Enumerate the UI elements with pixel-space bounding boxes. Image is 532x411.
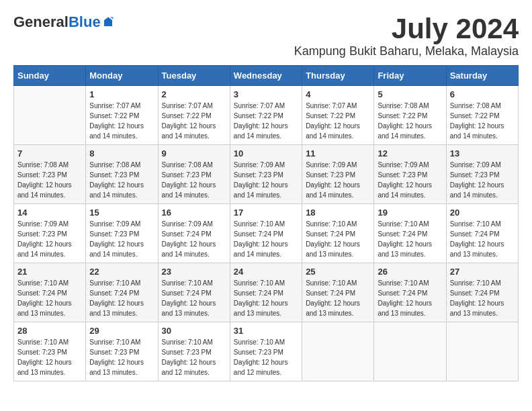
- weekday-header: Monday: [86, 66, 158, 86]
- day-info: Sunrise: 7:07 AMSunset: 7:22 PMDaylight:…: [306, 101, 370, 141]
- calendar-cell: 31Sunrise: 7:10 AMSunset: 7:23 PMDayligh…: [230, 322, 302, 381]
- day-number: 23: [162, 267, 226, 277]
- day-info: Sunrise: 7:10 AMSunset: 7:23 PMDaylight:…: [162, 337, 226, 377]
- day-info: Sunrise: 7:10 AMSunset: 7:24 PMDaylight:…: [378, 278, 442, 318]
- calendar-cell: 23Sunrise: 7:10 AMSunset: 7:24 PMDayligh…: [158, 263, 230, 322]
- day-number: 7: [17, 148, 82, 158]
- day-number: 25: [306, 267, 370, 277]
- day-info: Sunrise: 7:10 AMSunset: 7:24 PMDaylight:…: [306, 219, 370, 259]
- calendar-cell: 12Sunrise: 7:09 AMSunset: 7:23 PMDayligh…: [374, 145, 446, 204]
- day-number: 8: [89, 148, 154, 158]
- weekday-header: Wednesday: [230, 66, 302, 86]
- calendar-cell: 27Sunrise: 7:10 AMSunset: 7:24 PMDayligh…: [446, 263, 518, 322]
- calendar-cell: 2Sunrise: 7:07 AMSunset: 7:22 PMDaylight…: [158, 86, 230, 145]
- day-info: Sunrise: 7:09 AMSunset: 7:23 PMDaylight:…: [89, 219, 154, 259]
- day-info: Sunrise: 7:09 AMSunset: 7:23 PMDaylight:…: [378, 160, 442, 200]
- day-info: Sunrise: 7:10 AMSunset: 7:24 PMDaylight:…: [89, 278, 154, 318]
- day-number: 13: [450, 148, 515, 158]
- day-number: 10: [234, 148, 298, 158]
- day-info: Sunrise: 7:10 AMSunset: 7:24 PMDaylight:…: [450, 278, 515, 318]
- calendar-cell: 10Sunrise: 7:09 AMSunset: 7:23 PMDayligh…: [230, 145, 302, 204]
- day-number: 31: [234, 326, 298, 336]
- day-info: Sunrise: 7:09 AMSunset: 7:23 PMDaylight:…: [306, 160, 370, 200]
- calendar-cell: 4Sunrise: 7:07 AMSunset: 7:22 PMDaylight…: [302, 86, 374, 145]
- calendar-cell: 17Sunrise: 7:10 AMSunset: 7:24 PMDayligh…: [230, 204, 302, 263]
- weekday-header: Tuesday: [158, 66, 230, 86]
- day-number: 15: [89, 208, 154, 218]
- calendar-cell: 19Sunrise: 7:10 AMSunset: 7:24 PMDayligh…: [374, 204, 446, 263]
- day-info: Sunrise: 7:09 AMSunset: 7:23 PMDaylight:…: [450, 160, 515, 200]
- calendar-cell: 30Sunrise: 7:10 AMSunset: 7:23 PMDayligh…: [158, 322, 230, 381]
- day-number: 17: [234, 208, 298, 218]
- day-number: 5: [378, 89, 442, 99]
- day-info: Sunrise: 7:08 AMSunset: 7:23 PMDaylight:…: [162, 160, 226, 200]
- calendar-cell: 15Sunrise: 7:09 AMSunset: 7:23 PMDayligh…: [86, 204, 158, 263]
- day-info: Sunrise: 7:10 AMSunset: 7:24 PMDaylight:…: [450, 219, 515, 259]
- day-info: Sunrise: 7:09 AMSunset: 7:23 PMDaylight:…: [17, 219, 82, 259]
- day-info: Sunrise: 7:07 AMSunset: 7:22 PMDaylight:…: [89, 101, 154, 141]
- weekday-header: Sunday: [14, 66, 86, 86]
- calendar-cell: 3Sunrise: 7:07 AMSunset: 7:22 PMDaylight…: [230, 86, 302, 145]
- day-info: Sunrise: 7:10 AMSunset: 7:23 PMDaylight:…: [89, 337, 154, 377]
- day-number: 2: [162, 89, 226, 99]
- day-number: 12: [378, 148, 442, 158]
- calendar-week-row: 7Sunrise: 7:08 AMSunset: 7:23 PMDaylight…: [14, 145, 519, 204]
- calendar-cell: 6Sunrise: 7:08 AMSunset: 7:22 PMDaylight…: [446, 86, 518, 145]
- day-info: Sunrise: 7:10 AMSunset: 7:23 PMDaylight:…: [17, 337, 82, 377]
- day-number: 30: [162, 326, 226, 336]
- calendar-cell: 7Sunrise: 7:08 AMSunset: 7:23 PMDaylight…: [14, 145, 86, 204]
- logo-general: General: [13, 13, 69, 31]
- calendar-header-row: SundayMondayTuesdayWednesdayThursdayFrid…: [14, 66, 519, 86]
- day-number: 26: [378, 267, 442, 277]
- calendar-cell: 5Sunrise: 7:08 AMSunset: 7:22 PMDaylight…: [374, 86, 446, 145]
- day-number: 1: [89, 89, 154, 99]
- day-number: 3: [234, 89, 298, 99]
- calendar-cell: 1Sunrise: 7:07 AMSunset: 7:22 PMDaylight…: [86, 86, 158, 145]
- day-info: Sunrise: 7:10 AMSunset: 7:24 PMDaylight:…: [234, 219, 298, 259]
- weekday-header: Saturday: [446, 66, 518, 86]
- day-info: Sunrise: 7:09 AMSunset: 7:23 PMDaylight:…: [234, 160, 298, 200]
- calendar-cell: 9Sunrise: 7:08 AMSunset: 7:23 PMDaylight…: [158, 145, 230, 204]
- calendar-cell: 14Sunrise: 7:09 AMSunset: 7:23 PMDayligh…: [14, 204, 86, 263]
- weekday-header: Thursday: [302, 66, 374, 86]
- calendar-cell: 13Sunrise: 7:09 AMSunset: 7:23 PMDayligh…: [446, 145, 518, 204]
- page-header: GeneralBlue July 2024 Kampung Bukit Baha…: [13, 13, 519, 58]
- calendar-cell: 24Sunrise: 7:10 AMSunset: 7:24 PMDayligh…: [230, 263, 302, 322]
- month-title: July 2024: [294, 13, 519, 44]
- calendar-cell: 11Sunrise: 7:09 AMSunset: 7:23 PMDayligh…: [302, 145, 374, 204]
- calendar-cell: [446, 322, 518, 381]
- day-info: Sunrise: 7:09 AMSunset: 7:24 PMDaylight:…: [162, 219, 226, 259]
- calendar-cell: [302, 322, 374, 381]
- location-title: Kampung Bukit Baharu, Melaka, Malaysia: [294, 44, 519, 58]
- calendar-cell: 21Sunrise: 7:10 AMSunset: 7:24 PMDayligh…: [14, 263, 86, 322]
- calendar-cell: 22Sunrise: 7:10 AMSunset: 7:24 PMDayligh…: [86, 263, 158, 322]
- calendar-cell: 28Sunrise: 7:10 AMSunset: 7:23 PMDayligh…: [14, 322, 86, 381]
- day-number: 20: [450, 208, 515, 218]
- day-number: 18: [306, 208, 370, 218]
- calendar-cell: [14, 86, 86, 145]
- day-info: Sunrise: 7:08 AMSunset: 7:23 PMDaylight:…: [89, 160, 154, 200]
- day-info: Sunrise: 7:10 AMSunset: 7:24 PMDaylight:…: [234, 278, 298, 318]
- logo-icon: [102, 16, 114, 28]
- day-number: 21: [17, 267, 82, 277]
- day-info: Sunrise: 7:10 AMSunset: 7:24 PMDaylight:…: [17, 278, 82, 318]
- day-info: Sunrise: 7:08 AMSunset: 7:23 PMDaylight:…: [17, 160, 82, 200]
- day-number: 4: [306, 89, 370, 99]
- day-number: 22: [89, 267, 154, 277]
- calendar-week-row: 28Sunrise: 7:10 AMSunset: 7:23 PMDayligh…: [14, 322, 519, 381]
- calendar-cell: 8Sunrise: 7:08 AMSunset: 7:23 PMDaylight…: [86, 145, 158, 204]
- day-number: 16: [162, 208, 226, 218]
- day-number: 19: [378, 208, 442, 218]
- day-number: 14: [17, 208, 82, 218]
- title-section: July 2024 Kampung Bukit Baharu, Melaka, …: [294, 13, 519, 58]
- day-info: Sunrise: 7:10 AMSunset: 7:24 PMDaylight:…: [378, 219, 442, 259]
- day-info: Sunrise: 7:08 AMSunset: 7:22 PMDaylight:…: [378, 101, 442, 141]
- logo-blue: Blue: [69, 13, 101, 31]
- calendar-cell: 20Sunrise: 7:10 AMSunset: 7:24 PMDayligh…: [446, 204, 518, 263]
- day-info: Sunrise: 7:07 AMSunset: 7:22 PMDaylight:…: [234, 101, 298, 141]
- weekday-header: Friday: [374, 66, 446, 86]
- day-number: 28: [17, 326, 82, 336]
- day-info: Sunrise: 7:08 AMSunset: 7:22 PMDaylight:…: [450, 101, 515, 141]
- day-number: 27: [450, 267, 515, 277]
- day-info: Sunrise: 7:07 AMSunset: 7:22 PMDaylight:…: [162, 101, 226, 141]
